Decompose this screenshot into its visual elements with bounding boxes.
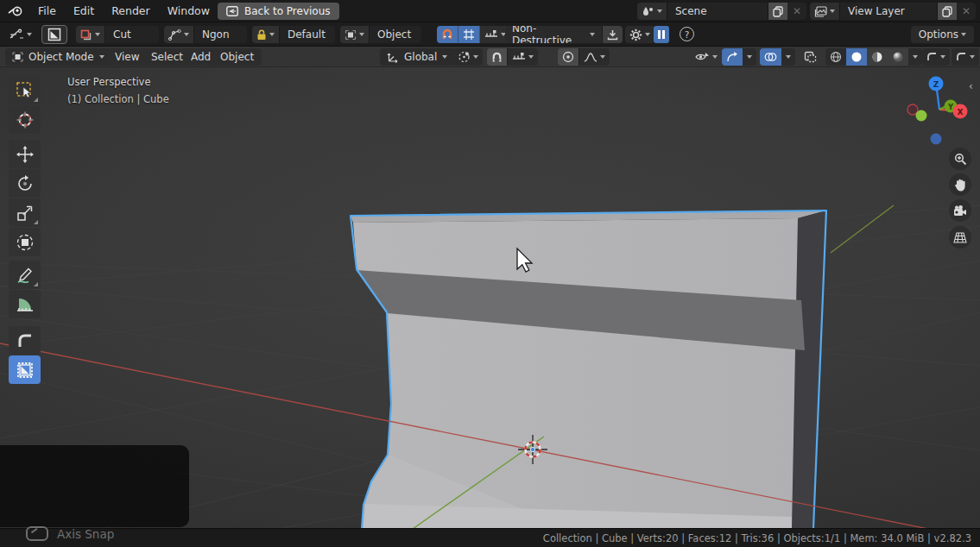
- screencast-last-action: Axis Snap: [26, 526, 114, 541]
- selected-object-cube[interactable]: [351, 211, 826, 528]
- tool-move[interactable]: [9, 140, 41, 168]
- gizmos-toggle[interactable]: [722, 48, 743, 66]
- shading-material-button[interactable]: [867, 48, 888, 66]
- navigation-gizmo[interactable]: Z Y X: [907, 77, 968, 145]
- menu-label: Add: [191, 51, 211, 63]
- menu-render[interactable]: Render: [103, 0, 159, 22]
- tool-select-box[interactable]: [9, 76, 41, 104]
- rendered-shading-icon: [892, 51, 904, 63]
- boxcutter-tool-icon: [47, 28, 61, 41]
- extra-dropdown-1[interactable]: [922, 48, 950, 66]
- profile-field[interactable]: Default: [252, 26, 335, 43]
- shading-dropdown[interactable]: [908, 48, 922, 66]
- pan-hand-button[interactable]: [949, 173, 971, 196]
- scene-name-field[interactable]: Scene: [667, 3, 768, 20]
- mode-value: Object: [377, 28, 411, 41]
- viewport-header: Object Mode View Select Add Object Globa…: [0, 47, 980, 67]
- magnet-orange-icon: [441, 28, 453, 41]
- shading-wireframe-button[interactable]: [825, 48, 846, 66]
- options-dropdown[interactable]: Options: [911, 26, 974, 43]
- axis-y-line-far: [831, 205, 894, 253]
- tool-transform[interactable]: [9, 228, 41, 256]
- extra-dropdown-2[interactable]: [952, 48, 979, 66]
- viewport-context-label: (1) Collection | Cube: [67, 93, 169, 105]
- pivot-icon: [458, 51, 471, 63]
- menu-edit[interactable]: Edit: [65, 0, 103, 22]
- scene-new-copy-button[interactable]: [768, 3, 787, 20]
- orientation-value: Global: [404, 51, 437, 63]
- shape-value: Ngon: [202, 28, 230, 41]
- tool-rotate[interactable]: [9, 169, 41, 198]
- scene-icon: [642, 6, 654, 17]
- overlays-icon: [764, 51, 777, 63]
- scene-browse-button[interactable]: [637, 3, 667, 20]
- shading-solid-button[interactable]: [846, 48, 867, 66]
- corner-pipe-icon: [926, 52, 938, 62]
- pause-toggle[interactable]: [654, 26, 669, 43]
- tool-scale[interactable]: [9, 198, 41, 227]
- transform-orientation-dropdown[interactable]: Global: [380, 48, 454, 66]
- xray-icon: [804, 51, 817, 63]
- blender-logo-icon[interactable]: [8, 5, 24, 17]
- snap-toggle[interactable]: [487, 48, 508, 66]
- scene-unlink-button[interactable]: ✕: [787, 3, 806, 20]
- snap-with-dropdown[interactable]: [508, 48, 538, 66]
- tool-options-gear-button[interactable]: [625, 26, 654, 43]
- camera-view-button[interactable]: [949, 199, 971, 222]
- view-perspective-label: User Perspective: [67, 76, 150, 88]
- status-info-text: Collection | Cube | Verts:20 | Faces:12 …: [543, 532, 971, 544]
- xray-toggle[interactable]: [800, 48, 821, 66]
- shape-field[interactable]: Ngon: [164, 26, 247, 43]
- tool-boxcutter-active[interactable]: [9, 355, 41, 384]
- menu-label: Select: [151, 51, 183, 63]
- cut-mode-value: Cut: [113, 28, 131, 41]
- snap-recall-toggle[interactable]: [437, 26, 458, 43]
- back-to-previous-button[interactable]: Back to Previous: [218, 3, 339, 20]
- object-mode-icon: [12, 52, 23, 62]
- overlays-toggle[interactable]: [760, 48, 781, 66]
- view-layer-remove-button[interactable]: ✕: [957, 3, 976, 20]
- menu-window[interactable]: Window: [159, 0, 218, 22]
- proportional-editing-toggle[interactable]: [558, 48, 579, 66]
- mode-selector-dropdown[interactable]: Object Mode: [5, 48, 111, 66]
- overlays-dropdown[interactable]: [781, 48, 795, 66]
- view-layer-new-copy-button[interactable]: [937, 3, 957, 20]
- grid-snap-icon: [463, 28, 475, 41]
- viewport-menu-object[interactable]: Object: [212, 48, 262, 66]
- view-layer-browse-button[interactable]: [810, 3, 840, 20]
- mode-field[interactable]: Object: [340, 26, 421, 43]
- ortho-grid-button[interactable]: [949, 226, 971, 248]
- red-box-icon: [80, 29, 92, 41]
- active-tool-preview-button[interactable]: [41, 25, 67, 44]
- falloff-dropdown[interactable]: [579, 48, 610, 66]
- viewport-menu-view[interactable]: View: [107, 48, 147, 66]
- zoom-button[interactable]: [949, 148, 971, 170]
- visibility-dropdown[interactable]: [691, 48, 722, 66]
- screencast-keys-panel: [0, 445, 189, 527]
- snap-grid-toggle[interactable]: [458, 26, 480, 43]
- editor-type-button[interactable]: [5, 26, 36, 43]
- copy-icon: [942, 6, 952, 17]
- solid-shading-icon: [850, 51, 863, 63]
- tool-corner[interactable]: [9, 326, 41, 355]
- cut-mode-field[interactable]: Cut: [76, 26, 159, 43]
- help-button[interactable]: ?: [680, 27, 694, 41]
- gizmo-neg-y-ball[interactable]: [916, 110, 927, 122]
- view-layer-name-field[interactable]: View Layer: [840, 3, 937, 20]
- menu-file[interactable]: File: [29, 0, 65, 22]
- apply-download-button[interactable]: [602, 26, 623, 43]
- pivot-point-dropdown[interactable]: [453, 48, 483, 66]
- behavior-dropdown[interactable]: Non-Destructive: [505, 26, 602, 43]
- gizmo-arrow-icon: [726, 51, 738, 63]
- tool-measure[interactable]: [9, 290, 41, 318]
- orientation-axes-icon: [387, 52, 399, 63]
- shading-rendered-button[interactable]: [888, 48, 908, 66]
- gizmo-neg-z-ball[interactable]: [931, 134, 942, 145]
- tool-cursor[interactable]: [9, 105, 41, 134]
- sidebar-collapse-arrow[interactable]: ‹: [969, 80, 973, 92]
- material-preview-icon: [871, 51, 883, 63]
- gizmo-z-label: Z: [933, 80, 939, 89]
- gizmos-dropdown[interactable]: [743, 48, 756, 66]
- tool-annotate[interactable]: [9, 261, 41, 289]
- pause-icon: [658, 30, 661, 39]
